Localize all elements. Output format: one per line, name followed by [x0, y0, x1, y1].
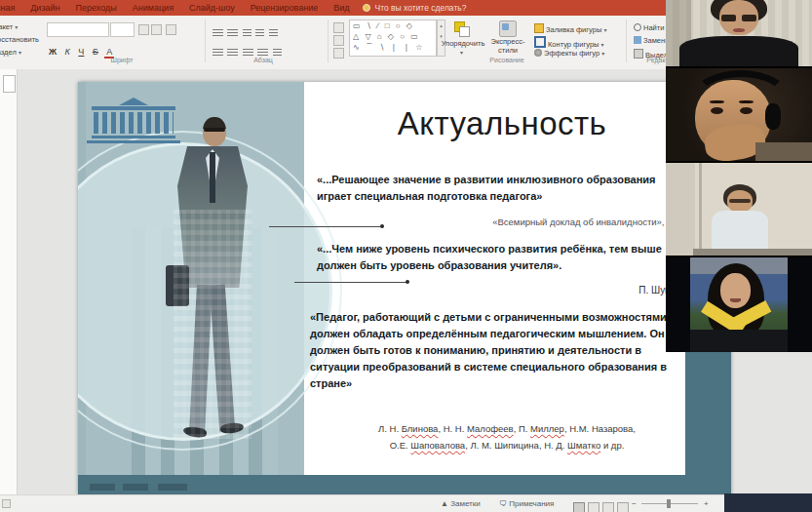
shrink-font-icon[interactable]	[151, 24, 162, 35]
numbering-icon[interactable]	[227, 29, 238, 37]
slideshow-icon[interactable]	[617, 502, 629, 512]
align-left-icon[interactable]	[213, 49, 223, 57]
notes-button[interactable]: ▲ Заметки	[441, 499, 481, 508]
eye-shape	[740, 107, 753, 114]
quick-styles-icon	[499, 20, 517, 37]
jacket-shape	[690, 330, 788, 352]
tab-animations[interactable]: Анимация	[125, 0, 181, 16]
lightbulb-icon	[363, 4, 370, 12]
participant-video-4[interactable]	[666, 257, 812, 352]
connector-dot	[406, 280, 409, 284]
tellme-label: Что вы хотите сделать?	[374, 3, 466, 13]
status-options-icon[interactable]	[2, 499, 11, 508]
slide-thumbnails-panel[interactable]	[0, 69, 18, 494]
bullets-icon[interactable]	[213, 29, 223, 37]
slide-sorter-icon[interactable]	[588, 502, 599, 512]
slide-title[interactable]: Актуальность	[312, 105, 692, 142]
zoom-slider-handle[interactable]	[667, 499, 671, 508]
effects-icon	[534, 49, 542, 57]
meeting-video-strip	[666, 0, 812, 352]
tab-transitions[interactable]: Переходы	[68, 0, 125, 16]
city-overlay-decor	[174, 210, 251, 439]
font-group-label: Шрифт	[83, 57, 161, 63]
eyebrow-shape	[710, 100, 724, 103]
arrange-button[interactable]: Упорядочить	[439, 39, 487, 48]
drawing-group-label: Рисование	[439, 57, 575, 63]
arrange-icon	[454, 21, 468, 34]
layout-button[interactable]: Макет ▾	[0, 22, 18, 31]
search-icon	[634, 23, 641, 31]
quote3-textbox[interactable]: «Педагог, работающий с детьми с ограниче…	[310, 309, 673, 392]
tellme-search[interactable]: Что вы хотите сделать?	[363, 3, 466, 13]
eyebrow-shape	[739, 100, 754, 103]
replace-icon	[634, 36, 641, 44]
tab-review[interactable]: Рецензирование	[243, 0, 327, 16]
door-frame-decor	[699, 163, 702, 256]
align-text-icon[interactable]	[333, 35, 344, 46]
tab-design[interactable]: Дизайн	[22, 0, 67, 16]
chevron-down-icon: ▾	[19, 50, 21, 56]
quote1-textbox[interactable]: «...Решающее значение в развитии инклюзи…	[317, 172, 679, 205]
glasses-shape	[742, 15, 756, 21]
connector-line	[269, 226, 382, 227]
comments-button[interactable]: 🗨 Примечания	[499, 499, 554, 508]
indent-increase-icon[interactable]	[255, 29, 264, 37]
bold-button[interactable]: Ж	[47, 47, 58, 57]
quote2-textbox[interactable]: «...Чем ниже уровень психического развит…	[317, 241, 692, 274]
columns-icon[interactable]	[273, 49, 282, 57]
align-right-icon[interactable]	[243, 49, 253, 57]
tie-shape	[210, 152, 215, 203]
zoom-in-button[interactable]: +	[704, 499, 709, 508]
font-size-input[interactable]	[110, 22, 135, 37]
slide-thumbnail[interactable]	[3, 75, 16, 93]
align-center-icon[interactable]	[227, 49, 238, 57]
quick-styles-button[interactable]: Экспресс-стили	[487, 37, 528, 55]
strikethrough-button[interactable]: S	[91, 47, 100, 57]
authors-line1: Л. Н. Блинова, Н. Н. Малофеев, П. Миллер…	[327, 421, 687, 438]
participant-video-3[interactable]	[666, 163, 812, 256]
chevron-down-icon: ▾	[603, 27, 606, 33]
tab-home[interactable]: Главная	[0, 0, 22, 16]
normal-view-icon[interactable]	[573, 502, 585, 512]
indent-decrease-icon[interactable]	[243, 29, 251, 37]
grow-font-icon[interactable]	[138, 24, 149, 35]
status-bar: ▲ Заметки 🗨 Примечания − +	[0, 494, 812, 512]
smartart-convert-icon[interactable]	[333, 48, 344, 59]
slide-canvas[interactable]: Актуальность «...Решающее значение в раз…	[78, 82, 731, 494]
italic-button[interactable]: К	[63, 47, 72, 57]
tab-view[interactable]: Вид	[326, 0, 357, 16]
footer-dash-decor	[90, 484, 115, 491]
reset-button[interactable]: Восстановить	[0, 35, 39, 44]
line-spacing-icon[interactable]	[269, 29, 278, 37]
shapes-scrollbar[interactable]: ▴▾	[437, 20, 445, 57]
text-direction-icon[interactable]	[333, 22, 344, 33]
paragraph-group-label: Абзац	[224, 57, 302, 63]
glasses-shape	[729, 199, 751, 203]
shapes-row-icon: ∿ ⌒ ∖ ❘ ❘ ☆	[350, 42, 436, 53]
shape-fill-button[interactable]: Заливка фигуры ▾	[534, 23, 606, 34]
section-button[interactable]: Раздел ▾	[0, 48, 21, 57]
zoom-out-button[interactable]: −	[632, 499, 637, 508]
shapes-row-icon: △ ▽ ⌂ ◇ ○ ▭	[350, 31, 436, 42]
participant-video-1[interactable]	[666, 0, 812, 66]
glasses-shape	[721, 15, 736, 21]
tab-slideshow[interactable]: Слайд-шоу	[181, 0, 243, 16]
shape-outline-button[interactable]: Контур фигуры ▾	[534, 36, 604, 49]
view-buttons	[573, 499, 632, 512]
quote2-source[interactable]: П. Шуман	[322, 285, 682, 295]
justify-icon[interactable]	[257, 49, 268, 57]
shapes-gallery[interactable]: ▭ ∖ ∕ □ ○ ◇ △ ▽ ⌂ ◇ ○ ▭ ∿ ⌒ ∖ ❘ ❘ ☆	[349, 20, 437, 57]
authors-textbox[interactable]: Л. Н. Блинова, Н. Н. Малофеев, П. Миллер…	[327, 421, 687, 453]
chevron-down-icon: ▾	[460, 49, 463, 56]
participant-video-2[interactable]	[666, 68, 812, 161]
chevron-down-icon: ▾	[601, 51, 604, 57]
clear-format-icon[interactable]	[166, 24, 176, 35]
outline-color-icon	[534, 36, 546, 48]
screen: Главная Дизайн Переходы Анимация Слайд-ш…	[0, 0, 812, 512]
reading-view-icon[interactable]	[602, 502, 614, 512]
font-name-input[interactable]	[47, 22, 109, 37]
find-button[interactable]: Найти	[634, 23, 664, 32]
sweater-shape	[755, 142, 812, 161]
group-divider	[328, 20, 329, 62]
underline-button[interactable]: Ч	[76, 47, 86, 57]
